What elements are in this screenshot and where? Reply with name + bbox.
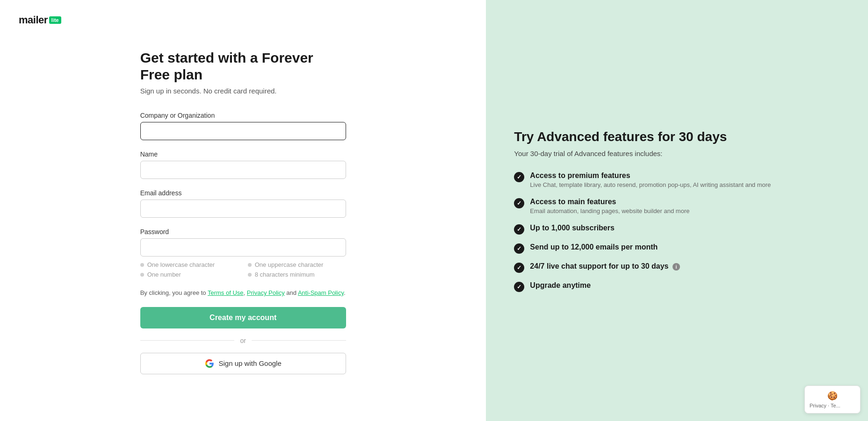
feature-title-emails: Send up to 12,000 emails per month [530, 243, 658, 251]
password-requirements: One lowercase character One uppercase ch… [140, 261, 346, 278]
right-subtitle: Your 30-day trial of Advanced features i… [514, 150, 840, 157]
feature-list: Access to premium features Live Chat, te… [514, 171, 840, 292]
create-account-button[interactable]: Create my account [140, 307, 346, 328]
google-signup-button[interactable]: Sign up with Google [140, 353, 346, 374]
req-uppercase: One uppercase character [248, 261, 346, 268]
right-title: Try Advanced features for 30 days [514, 129, 840, 145]
cookie-icon: 🍪 [810, 391, 855, 401]
check-icon-support [514, 263, 524, 273]
privacy-link[interactable]: Privacy Policy [247, 289, 285, 296]
page-subtitle: Sign up in seconds. No credit card requi… [140, 87, 346, 95]
feature-content-emails: Send up to 12,000 emails per month [530, 243, 658, 251]
company-field-group: Company or Organization [140, 112, 346, 140]
feature-desc-main: Email automation, landing pages, website… [530, 207, 689, 215]
req-number-label: One number [147, 271, 181, 278]
cookie-consent-widget: 🍪 Privacy · Te... [804, 385, 861, 414]
legal-text: By clicking, you agree to Terms of Use, … [140, 288, 346, 298]
page-title: Get started with a Forever Free plan [140, 50, 346, 83]
password-label: Password [140, 228, 346, 235]
signup-form-container: Get started with a Forever Free plan Sig… [140, 50, 346, 374]
name-field-group: Name [140, 150, 346, 179]
feature-content-support: 24/7 live chat support for up to 30 days… [530, 262, 680, 271]
feature-title-premium: Access to premium features [530, 171, 771, 180]
req-uppercase-label: One uppercase character [255, 261, 324, 268]
feature-item-support: 24/7 live chat support for up to 30 days… [514, 262, 840, 273]
right-panel: Try Advanced features for 30 days Your 3… [486, 0, 868, 421]
antispam-link[interactable]: Anti-Spam Policy [298, 289, 344, 296]
name-input[interactable] [140, 161, 346, 179]
req-dot-number [140, 273, 144, 277]
password-input[interactable] [140, 238, 346, 257]
req-lowercase-label: One lowercase character [147, 261, 215, 268]
feature-desc-premium: Live Chat, template library, auto resend… [530, 181, 771, 189]
req-dot-uppercase [248, 263, 252, 267]
name-label: Name [140, 150, 346, 158]
company-label: Company or Organization [140, 112, 346, 119]
req-minlength-label: 8 characters minimum [255, 271, 315, 278]
logo: mailer lite [19, 14, 467, 26]
check-icon-subscribers [514, 224, 524, 235]
req-number: One number [140, 271, 239, 278]
req-lowercase: One lowercase character [140, 261, 239, 268]
feature-title-support: 24/7 live chat support for up to 30 days… [530, 262, 680, 271]
logo-text: mailer [19, 14, 48, 26]
check-icon-emails [514, 243, 524, 254]
cookie-text: Privacy · Te... [810, 403, 840, 408]
req-minlength: 8 characters minimum [248, 271, 346, 278]
feature-title-main: Access to main features [530, 198, 689, 206]
feature-item-premium: Access to premium features Live Chat, te… [514, 171, 840, 189]
email-label: Email address [140, 189, 346, 197]
or-divider: or [140, 337, 346, 344]
check-icon-upgrade [514, 282, 524, 292]
google-icon [205, 359, 214, 368]
req-dot-lowercase [140, 263, 144, 267]
google-button-label: Sign up with Google [219, 359, 282, 367]
req-dot-minlength [248, 273, 252, 277]
password-field-group: Password One lowercase character One upp… [140, 228, 346, 278]
info-icon-support[interactable]: i [673, 263, 680, 271]
check-icon-premium [514, 172, 524, 182]
feature-content-main: Access to main features Email automation… [530, 198, 689, 215]
logo-badge: lite [49, 16, 61, 24]
feature-title-subscribers: Up to 1,000 subscribers [530, 224, 615, 232]
feature-content-subscribers: Up to 1,000 subscribers [530, 224, 615, 232]
left-panel: mailer lite Get started with a Forever F… [0, 0, 486, 421]
feature-item-upgrade: Upgrade anytime [514, 281, 840, 292]
feature-item-subscribers: Up to 1,000 subscribers [514, 224, 840, 235]
email-input[interactable] [140, 200, 346, 218]
feature-item-main: Access to main features Email automation… [514, 198, 840, 215]
feature-content-upgrade: Upgrade anytime [530, 281, 591, 290]
check-icon-main [514, 198, 524, 208]
feature-item-emails: Send up to 12,000 emails per month [514, 243, 840, 254]
company-input[interactable] [140, 122, 346, 140]
feature-title-upgrade: Upgrade anytime [530, 281, 591, 290]
feature-content-premium: Access to premium features Live Chat, te… [530, 171, 771, 189]
email-field-group: Email address [140, 189, 346, 218]
terms-link[interactable]: Terms of Use [208, 289, 244, 296]
